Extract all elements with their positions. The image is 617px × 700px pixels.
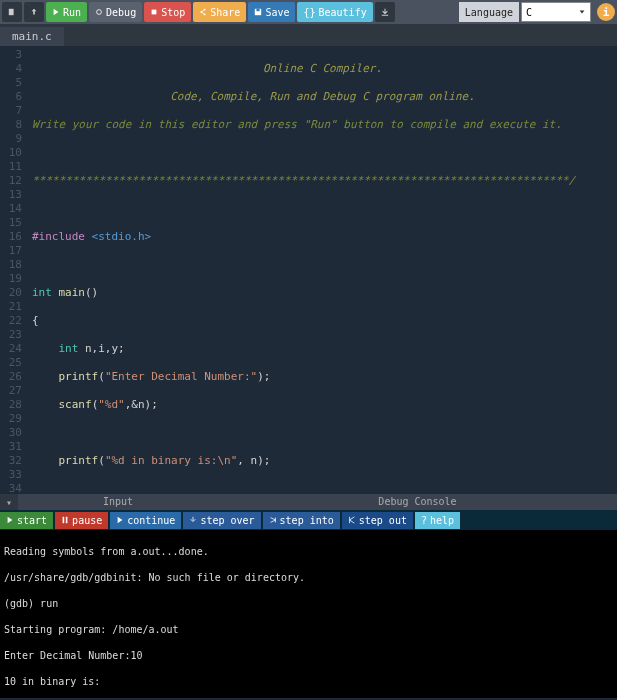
input-tab[interactable]: Input xyxy=(18,494,218,510)
beautify-button[interactable]: {}Beautify xyxy=(297,2,372,22)
collapse-icon[interactable]: ▾ xyxy=(0,494,18,510)
dbg-stepinto-button[interactable]: step into xyxy=(263,512,340,529)
svg-rect-9 xyxy=(66,517,68,523)
toolbar: Run Debug Stop Share Save {}Beautify Lan… xyxy=(0,0,617,24)
svg-point-5 xyxy=(204,13,206,15)
svg-point-4 xyxy=(204,9,206,11)
download-button[interactable] xyxy=(375,2,395,22)
line-gutter: 3456789101112131415161718192021222324252… xyxy=(0,46,28,494)
svg-rect-2 xyxy=(152,10,157,15)
run-button[interactable]: Run xyxy=(46,2,87,22)
tab-main-c[interactable]: main.c xyxy=(0,27,64,46)
chevron-down-icon xyxy=(578,8,586,16)
svg-rect-7 xyxy=(257,9,260,11)
share-button[interactable]: Share xyxy=(193,2,246,22)
dbg-stepout-button[interactable]: step out xyxy=(342,512,413,529)
code-editor[interactable]: 3456789101112131415161718192021222324252… xyxy=(0,46,617,494)
svg-rect-0 xyxy=(9,9,14,15)
new-file-button[interactable] xyxy=(2,2,22,22)
language-label: Language xyxy=(459,2,519,22)
debug-button[interactable]: Debug xyxy=(89,2,142,22)
dbg-stepover-button[interactable]: step over xyxy=(183,512,260,529)
save-button[interactable]: Save xyxy=(248,2,295,22)
svg-point-3 xyxy=(201,11,203,13)
dbg-pause-button[interactable]: pause xyxy=(55,512,108,529)
console-output[interactable]: Reading symbols from a.out...done. /usr/… xyxy=(0,530,617,698)
svg-point-1 xyxy=(97,10,102,15)
dbg-start-button[interactable]: start xyxy=(0,512,53,529)
upload-button[interactable] xyxy=(24,2,44,22)
svg-rect-8 xyxy=(63,517,65,523)
dbg-continue-button[interactable]: continue xyxy=(110,512,181,529)
debug-toolbar: start pause continue step over step into… xyxy=(0,510,617,530)
code-area[interactable]: Online C Compiler. Code, Compile, Run an… xyxy=(28,46,617,494)
tab-bar: main.c xyxy=(0,24,617,46)
dbg-help-button[interactable]: ?help xyxy=(415,512,460,529)
language-select[interactable]: C xyxy=(521,2,591,22)
panel-header: ▾ Input Debug Console xyxy=(0,494,617,510)
info-icon[interactable]: i xyxy=(597,3,615,21)
braces-icon: {} xyxy=(303,7,315,18)
stop-button[interactable]: Stop xyxy=(144,2,191,22)
debug-console-tab[interactable]: Debug Console xyxy=(218,494,617,510)
help-icon: ? xyxy=(421,515,427,526)
